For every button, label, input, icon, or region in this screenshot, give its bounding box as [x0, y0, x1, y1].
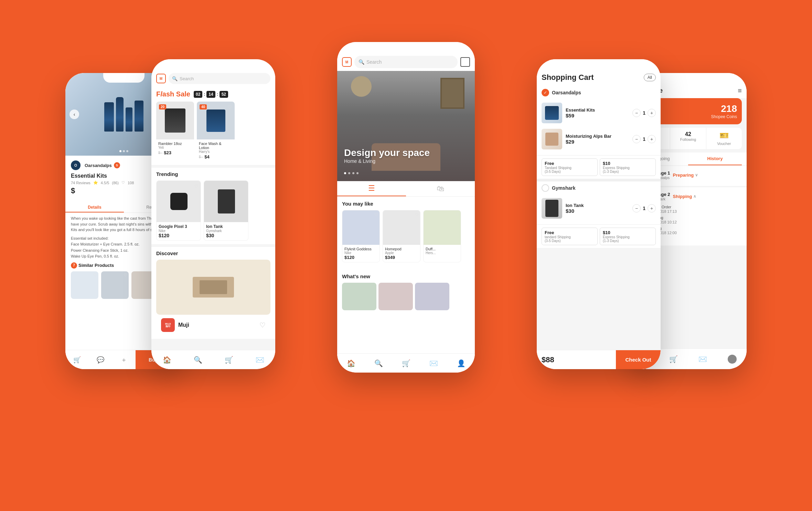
ymc-3-info: Duff... Hers...	[424, 245, 461, 257]
furniture-scene	[337, 71, 475, 181]
shipping-free-2[interactable]: Free tandard Shipping(3-5 Days)	[542, 228, 598, 245]
search-bar[interactable]: 🔍 Search	[169, 73, 270, 84]
nav-mail[interactable]: ✉️	[244, 356, 275, 364]
wn-item-3[interactable]	[415, 283, 449, 310]
shipping-express-1[interactable]: $10 Express Shipping(1-3 Days)	[600, 158, 656, 176]
shipping-free-1[interactable]: Free Tandard Shipping(3-5 Days)	[542, 158, 598, 176]
qty-minus-3[interactable]: −	[632, 204, 641, 212]
wishlist-1[interactable]: ♡	[187, 104, 191, 110]
main-nav-home[interactable]: 🏠	[337, 359, 365, 367]
checkout-button[interactable]: Check Out	[616, 350, 661, 369]
ymc-2-price: $349	[385, 255, 418, 260]
cart-item-2-name: Moisturizing Alps Bar	[566, 134, 629, 139]
menu-icon[interactable]: ≡	[738, 87, 742, 95]
pnav-avatar[interactable]	[717, 355, 747, 364]
pkg-2-expand[interactable]: ∧	[693, 194, 696, 199]
nav-search[interactable]: 🔍	[182, 356, 213, 364]
stat-following[interactable]: 42 Following	[670, 128, 706, 149]
cart-item-3-name: Ion Tank	[566, 203, 629, 208]
hero-title: Design your space	[344, 147, 430, 158]
cart-icon-btn[interactable]: 🛒	[65, 356, 89, 364]
bottle-b	[116, 97, 124, 132]
muji-name: Muji	[178, 322, 189, 328]
tab-grid[interactable]: 🛍	[406, 181, 475, 196]
main-header: M 🔍 Search	[337, 42, 475, 71]
cart-check-2[interactable]	[542, 184, 549, 192]
pkg-1-expand[interactable]: ∨	[695, 173, 698, 177]
muji-heart[interactable]: ♡	[259, 321, 266, 329]
stat-voucher[interactable]: 🎫 Voucher	[706, 128, 742, 149]
ymc-item-1[interactable]: ♡ Flyknit Goddess Nike $120	[342, 210, 380, 262]
flash-product-2-brand: Harry's	[199, 150, 233, 154]
qty-minus-2[interactable]: −	[632, 135, 641, 143]
hero-dot-2[interactable]	[348, 172, 350, 174]
qty-plus-2[interactable]: +	[648, 135, 656, 143]
trending-item-1[interactable]: ♡ Google Pixel 3 Nike $120	[156, 180, 201, 241]
discover-card[interactable]	[156, 260, 270, 315]
similar-heart-2[interactable]: ♡	[124, 273, 127, 278]
following-label: Following	[674, 137, 702, 142]
prev-arrow[interactable]: ‹	[70, 110, 79, 119]
main-nav-cart[interactable]: 🛒	[392, 359, 420, 367]
pnav-mail[interactable]: ✉️	[688, 355, 717, 363]
shipping-express-2[interactable]: $10 Express Shipping(1-3 Days)	[600, 228, 656, 245]
scan-icon[interactable]	[460, 57, 470, 67]
cart-item-2-image	[542, 129, 562, 149]
main-bottom-nav: 🏠 🔍 🛒 ✉️ 👤	[337, 353, 475, 373]
main-nav-search[interactable]: 🔍	[365, 359, 392, 367]
trending-1-heart[interactable]: ♡	[194, 184, 199, 189]
muji-row[interactable]: MUJI無印 Muji ♡	[156, 315, 270, 335]
wishlist-2[interactable]: ♡	[227, 104, 232, 110]
ymc-3-heart[interactable]: ♡	[456, 212, 459, 217]
ymc-1-info: Flyknit Goddess Nike $120	[342, 245, 380, 262]
hero-dot-3[interactable]	[352, 172, 354, 174]
flash-product-1-info: Rambler 18oz Yeti $-- $23	[156, 139, 194, 157]
flash-product-2[interactable]: 40 ♡ Face Wash & Lotion Harry's $-- $4	[197, 102, 235, 161]
flash-product-1-brand: Yeti	[158, 146, 192, 149]
ymc-2-heart[interactable]: ♡	[415, 212, 419, 217]
nav-home[interactable]: 🏠	[151, 356, 182, 364]
cart-item-3-image	[542, 198, 562, 219]
you-may-like-title: You may like	[342, 201, 470, 207]
cart-check-1[interactable]: ✓	[542, 89, 549, 96]
muji-logo: MUJI無印	[161, 318, 175, 332]
pnav-cart[interactable]: 🛒	[659, 355, 688, 363]
similar-heart-1[interactable]: ♡	[93, 273, 97, 278]
chat-icon-btn[interactable]: 💬	[89, 356, 112, 364]
trending-1-info: Google Pixel 3 Nike $120	[157, 222, 201, 240]
cart-all-button[interactable]: All	[644, 74, 656, 81]
main-search-icon: 🔍	[359, 59, 364, 65]
similar-item-1[interactable]: ♡	[71, 271, 98, 299]
qty-plus-3[interactable]: +	[648, 204, 656, 212]
main-nav-profile[interactable]: 👤	[447, 359, 475, 367]
nav-cart[interactable]: 🛒	[213, 356, 244, 364]
tab-history[interactable]: History	[688, 153, 742, 165]
wn-item-2[interactable]	[378, 283, 413, 310]
hero-subtitle: Home & Living	[344, 158, 430, 164]
trending-2-heart[interactable]: ♡	[242, 184, 246, 189]
flash-product-1[interactable]: 20 ♡ Rambler 18oz Yeti $-- $23	[156, 102, 194, 161]
cart-item-alps: Moisturizing Alps Bar $29 − 1 +	[542, 126, 656, 152]
wn-item-1[interactable]	[342, 283, 376, 310]
tab-list[interactable]: ☰	[337, 181, 406, 196]
trending-title: Trending	[156, 171, 270, 177]
main-search-bar[interactable]: 🔍 Search	[354, 56, 458, 68]
main-nav-mail[interactable]: ✉️	[420, 359, 447, 367]
ymc-item-3[interactable]: ♡ Duff... Hers...	[423, 210, 461, 262]
flash-product-2-name: Face Wash & Lotion	[199, 142, 233, 150]
add-icon-btn[interactable]: ＋	[112, 356, 136, 364]
trending-item-2[interactable]: ♡ Ion Tank Gymshark $30	[204, 180, 248, 241]
ymc-2-info: Homepod Apple $349	[383, 245, 420, 262]
cart-seller-name-1: Oarsandalps	[552, 90, 656, 95]
hero-dot-1[interactable]	[344, 172, 346, 174]
similar-item-2[interactable]: ♡	[101, 271, 129, 299]
ymc-item-2[interactable]: ♡ Homepod Apple $349	[383, 210, 420, 262]
hero-dot-4[interactable]	[356, 172, 359, 174]
bottle-d	[135, 101, 143, 132]
tab-details[interactable]: Details	[65, 203, 124, 212]
ymc-1-heart[interactable]: ♡	[374, 212, 378, 217]
trending-1-image: ♡	[157, 181, 201, 222]
flash-product-2-image: 40 ♡	[197, 102, 235, 139]
qty-minus-1[interactable]: −	[632, 109, 641, 117]
qty-plus-1[interactable]: +	[648, 109, 656, 117]
